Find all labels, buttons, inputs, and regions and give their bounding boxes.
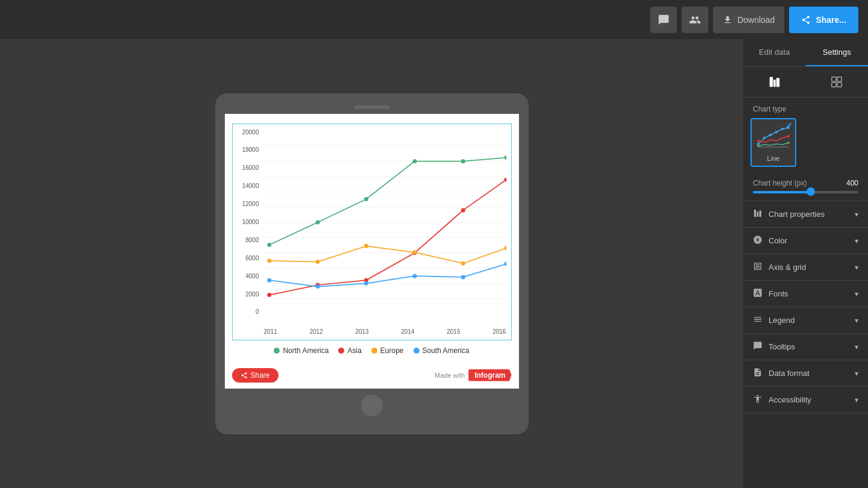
svg-rect-41 xyxy=(837,83,841,87)
chart-footer: Share Made with Infogram xyxy=(225,363,519,389)
tablet-notch xyxy=(354,105,390,109)
share-button[interactable]: Share... xyxy=(789,7,858,33)
svg-point-29 xyxy=(267,278,271,282)
svg-point-23 xyxy=(267,258,271,263)
svg-rect-37 xyxy=(776,78,780,87)
svg-point-25 xyxy=(364,243,368,248)
svg-rect-54 xyxy=(757,211,759,217)
accordion-axis-grid[interactable]: Axis & grid ▾ xyxy=(743,254,868,281)
legend-dot-europe xyxy=(371,348,377,354)
people-button[interactable] xyxy=(682,7,708,33)
accordion-chevron-data-format: ▾ xyxy=(855,369,858,378)
chart-area: 20000 18000 16000 14000 12000 10000 8000… xyxy=(232,124,512,340)
svg-point-47 xyxy=(781,128,784,130)
settings-sidebar: Edit data Settings Chart type xyxy=(743,39,868,488)
svg-point-24 xyxy=(315,260,319,264)
accordion-data-format[interactable]: Data format ▾ xyxy=(743,360,868,387)
edit-chart-type-icon[interactable] xyxy=(785,122,793,131)
svg-point-27 xyxy=(461,261,465,265)
infogram-badge: Infogram xyxy=(468,369,511,381)
chart-container: 20000 18000 16000 14000 12000 10000 8000… xyxy=(225,114,519,363)
tooltips-icon xyxy=(753,341,763,352)
y-axis-labels: 20000 18000 16000 14000 12000 10000 8000… xyxy=(233,129,262,316)
svg-rect-53 xyxy=(754,210,756,217)
accessibility-icon xyxy=(753,394,763,405)
accordion-chevron: ▾ xyxy=(855,210,858,219)
height-slider-thumb[interactable] xyxy=(807,187,815,196)
accordion-chart-properties[interactable]: Chart properties ▾ xyxy=(743,201,868,228)
svg-point-17 xyxy=(267,293,271,297)
chart-type-label: Chart type xyxy=(743,98,868,118)
legend-item-north-america: North America xyxy=(274,346,329,355)
tab-edit-data[interactable]: Edit data xyxy=(743,39,806,66)
accordion-chevron-color: ▾ xyxy=(855,237,858,245)
accordion-chevron-fonts: ▾ xyxy=(855,290,858,298)
legend-item-asia: Asia xyxy=(338,346,361,355)
svg-rect-35 xyxy=(770,77,773,87)
axis-grid-icon xyxy=(753,261,763,273)
svg-point-12 xyxy=(315,220,319,224)
icon-tab-layout[interactable] xyxy=(806,72,869,92)
toolbar: Download Share... xyxy=(0,0,868,39)
accordion-chevron-legend: ▾ xyxy=(855,316,858,325)
legend-icon xyxy=(753,314,763,326)
chart-share-button[interactable]: Share xyxy=(232,368,278,383)
tab-settings[interactable]: Settings xyxy=(806,39,869,66)
color-icon xyxy=(753,235,763,246)
svg-point-31 xyxy=(364,281,368,285)
tablet-screen: 20000 18000 16000 14000 12000 10000 8000… xyxy=(225,114,519,389)
legend-item-south-america: South America xyxy=(414,346,470,355)
chart-height-value: 400 xyxy=(846,179,858,187)
svg-point-21 xyxy=(461,208,465,212)
sidebar-tabs: Edit data Settings xyxy=(743,39,868,67)
svg-point-11 xyxy=(267,243,271,247)
svg-point-26 xyxy=(412,250,417,254)
svg-point-45 xyxy=(769,134,772,136)
accordion-fonts[interactable]: Fonts ▾ xyxy=(743,281,868,307)
download-button[interactable]: Download xyxy=(713,7,784,33)
svg-rect-40 xyxy=(832,83,836,87)
svg-point-16 xyxy=(504,155,506,160)
svg-point-51 xyxy=(757,145,760,147)
legend-dot-asia xyxy=(338,348,344,354)
svg-point-32 xyxy=(412,274,417,278)
icon-tab-chart[interactable] xyxy=(743,72,806,92)
legend-dot-north-america xyxy=(274,348,280,354)
line-chart-svg xyxy=(264,129,506,316)
svg-rect-38 xyxy=(832,77,836,81)
height-slider-track[interactable] xyxy=(753,191,858,193)
svg-point-50 xyxy=(787,135,790,137)
accordion-color[interactable]: Color ▾ xyxy=(743,228,868,254)
svg-rect-55 xyxy=(760,210,761,217)
accordion-chevron-accessibility: ▾ xyxy=(855,396,858,404)
data-format-icon xyxy=(753,368,763,379)
fonts-icon xyxy=(753,288,763,299)
svg-point-28 xyxy=(504,246,506,250)
chart-legend: North America Asia Europe South America xyxy=(232,340,512,358)
accordion-accessibility[interactable]: Accessibility ▾ xyxy=(743,387,868,413)
accordion-tooltips[interactable]: Tooltips ▾ xyxy=(743,334,868,360)
svg-rect-36 xyxy=(773,80,776,87)
svg-point-30 xyxy=(315,284,319,289)
accordion-chevron-axis: ▾ xyxy=(855,263,858,272)
svg-point-13 xyxy=(364,197,368,201)
accordion-legend[interactable]: Legend ▾ xyxy=(743,307,868,334)
height-slider-fill xyxy=(753,191,811,193)
legend-dot-south-america xyxy=(414,348,420,354)
svg-point-49 xyxy=(757,140,760,142)
svg-point-46 xyxy=(775,131,778,133)
accordion-chevron-tooltips: ▾ xyxy=(855,343,858,351)
svg-point-14 xyxy=(412,159,417,163)
chart-height-section: Chart height (px) 400 xyxy=(743,174,868,201)
svg-point-15 xyxy=(461,159,465,163)
chart-height-label-row: Chart height (px) 400 xyxy=(753,179,858,187)
chart-type-name: Line xyxy=(755,155,791,162)
svg-rect-39 xyxy=(837,77,841,81)
comment-button[interactable] xyxy=(650,7,677,33)
svg-point-44 xyxy=(763,137,766,139)
tablet-top-bar xyxy=(225,105,519,109)
tablet-home-button xyxy=(361,395,383,416)
chart-type-line[interactable]: Line xyxy=(750,118,796,167)
tablet-frame: 20000 18000 16000 14000 12000 10000 8000… xyxy=(215,93,529,434)
icon-tabs xyxy=(743,67,868,98)
